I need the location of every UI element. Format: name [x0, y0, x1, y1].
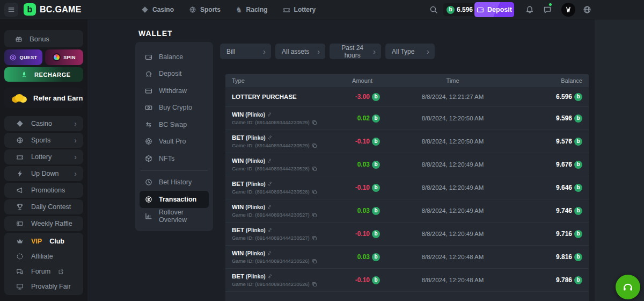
- wallet-nav-bet-history[interactable]: Bet History: [140, 174, 209, 191]
- copy-game-id-icon[interactable]: [312, 189, 317, 195]
- copy-game-id-icon[interactable]: [312, 282, 317, 287]
- sidebar-item-casino[interactable]: Casino›: [4, 116, 83, 131]
- piggy-icon: [145, 70, 152, 77]
- game-id-line: Game ID: (891440893444230527): [232, 212, 319, 218]
- chat-icon[interactable]: [543, 5, 552, 14]
- copy-game-id-icon[interactable]: [312, 166, 317, 171]
- hamburger-menu-button[interactable]: [4, 3, 18, 17]
- topnav-item-lottery[interactable]: Lottery: [283, 6, 316, 13]
- cash-icon: [145, 104, 152, 111]
- topnav-item-casino[interactable]: Casino: [141, 6, 174, 13]
- cell-time: 8/8/2024, 12:20:49 AM: [381, 161, 524, 168]
- right-rail: [595, 19, 644, 301]
- coin-icon: b: [574, 114, 582, 123]
- megaphone-icon: [16, 187, 24, 194]
- wallet-nav-rollover-overview[interactable]: Rollover Overview: [140, 208, 209, 225]
- filter-label: All assets: [282, 48, 309, 55]
- wallet-nav-label: Buy Crypto: [159, 104, 192, 111]
- wallet-nav-balance[interactable]: Balance: [140, 48, 209, 66]
- divider: [141, 170, 208, 171]
- game-link-icon[interactable]: [267, 274, 273, 279]
- avatar[interactable]: [561, 3, 575, 17]
- wallet-nav-buy-crypto[interactable]: Buy Crypto: [140, 99, 209, 117]
- notifications-bell-icon[interactable]: [525, 5, 534, 14]
- filter-all-assets[interactable]: All assets›: [275, 44, 325, 59]
- filter-all-type[interactable]: All Type›: [385, 44, 435, 59]
- spin-button[interactable]: SPIN: [45, 49, 83, 65]
- game-name: (Plinko): [245, 250, 265, 256]
- chart-icon: [145, 212, 152, 220]
- search-icon[interactable]: [429, 5, 438, 14]
- game-id-text: Game ID: (891440893444230527): [232, 235, 310, 241]
- recharge-button[interactable]: RECHARGE: [4, 67, 83, 82]
- sidebar-menu: Casino›Sports›Lottery›Up Down›Promotions…: [4, 116, 83, 231]
- game-link-icon[interactable]: [267, 112, 272, 117]
- cell-type: BET(Plinko)Game ID: (891440893444230526): [225, 273, 319, 287]
- game-link-icon[interactable]: [267, 158, 272, 163]
- sidebar-item-label: Lottery: [31, 153, 67, 161]
- vip-accent-label: VIP: [31, 238, 42, 245]
- filter-past-24-hours[interactable]: Past 24 hours›: [330, 44, 381, 59]
- copy-game-id-icon[interactable]: [312, 259, 317, 264]
- copy-game-id-icon[interactable]: [312, 235, 317, 241]
- cell-type: WIN(Plinko)Game ID: (891440893444230528): [225, 157, 319, 171]
- coin-icon: b: [574, 161, 582, 169]
- sidebar-item-sports[interactable]: Sports›: [4, 133, 83, 148]
- topnav-item-sports[interactable]: Sports: [189, 6, 221, 13]
- game-name: (Plinko): [246, 227, 266, 233]
- sidebar-item-up-down[interactable]: Up Down›: [4, 166, 83, 181]
- wallet-nav-nfts[interactable]: NFTs: [140, 150, 209, 167]
- sidebar-item-provably-fair[interactable]: Provably Fair: [4, 279, 83, 294]
- game-link-icon[interactable]: [267, 227, 273, 233]
- sidebar-item-daily-contest[interactable]: Daily Contest: [4, 199, 83, 214]
- game-id-line: Game ID: (891440893444230526): [232, 258, 319, 264]
- wallet-nav-label: Vault Pro: [159, 138, 186, 145]
- table-row: WIN(Plinko)Game ID: (891440893444230526)…: [225, 245, 589, 268]
- wallet-nav-deposit[interactable]: Deposit: [140, 66, 209, 83]
- sidebar-item-promotions[interactable]: Promotions: [4, 183, 83, 198]
- amount-value: -0.10: [355, 276, 370, 284]
- quest-button[interactable]: QUEST: [4, 49, 42, 65]
- sidebar-item-weekly-raffle[interactable]: Weekly Raffle: [4, 216, 83, 231]
- sidebar-item-affiliate[interactable]: Affiliate: [4, 249, 83, 264]
- sidebar-item-lottery[interactable]: Lottery›: [4, 149, 83, 164]
- copy-game-id-icon[interactable]: [312, 120, 317, 125]
- deposit-button[interactable]: Deposit: [474, 2, 514, 17]
- wallet-nav-transaction[interactable]: Transaction: [140, 191, 209, 208]
- game-id-text: Game ID: (891440893444230529): [232, 119, 310, 125]
- game-link-icon[interactable]: [267, 135, 273, 140]
- wallet-nav-vault-pro[interactable]: Vault Pro: [140, 133, 209, 150]
- nft-icon: [145, 155, 152, 162]
- sidebar-item-forum[interactable]: Forum: [4, 264, 83, 279]
- game-link-icon[interactable]: [267, 204, 272, 210]
- headset-icon: [622, 281, 634, 293]
- cell-amount: -0.10b: [319, 184, 381, 192]
- coin-icon: b: [574, 93, 582, 101]
- wallet-nav-withdraw[interactable]: Withdraw: [140, 82, 209, 99]
- game-link-icon[interactable]: [267, 181, 273, 187]
- support-button[interactable]: [616, 275, 640, 299]
- bonus-button[interactable]: Bonus: [4, 30, 83, 47]
- transactions-table: Type Amount Time Balance LOTTERY PURCHAS…: [225, 74, 589, 301]
- language-globe-icon[interactable]: [583, 5, 591, 14]
- logo[interactable]: b BC.GAME: [24, 3, 82, 16]
- refer-and-earn-button[interactable]: Refer and Earn: [4, 88, 83, 108]
- type-line: WIN(Plinko): [232, 157, 319, 164]
- game-link-icon[interactable]: [267, 250, 272, 256]
- topnav-item-racing[interactable]: ♞Racing: [236, 6, 268, 13]
- copy-game-id-icon[interactable]: [312, 143, 317, 148]
- copy-game-id-icon[interactable]: [312, 212, 317, 218]
- wallet-nav-bc-swap[interactable]: BC Swap: [140, 116, 209, 133]
- sidebar-item-vip-club[interactable]: VIP Club: [4, 234, 83, 249]
- filter-bill[interactable]: Bill›: [220, 44, 271, 59]
- amount-value: 0.02: [357, 114, 370, 122]
- cell-type: WIN(Plinko)Game ID: (891440893444230526): [225, 250, 319, 264]
- sidebar-item-label: Affiliate: [31, 253, 53, 260]
- logo-text: BC.GAME: [40, 5, 82, 15]
- amount-value: -0.10: [355, 184, 370, 191]
- topnav-label: Racing: [246, 6, 268, 13]
- filter-label: Bill: [226, 48, 235, 55]
- cell-amount: -3.00b: [319, 93, 381, 101]
- game-id-line: Game ID: (891440893444230529): [232, 119, 319, 125]
- amount-value: 0.03: [357, 161, 370, 168]
